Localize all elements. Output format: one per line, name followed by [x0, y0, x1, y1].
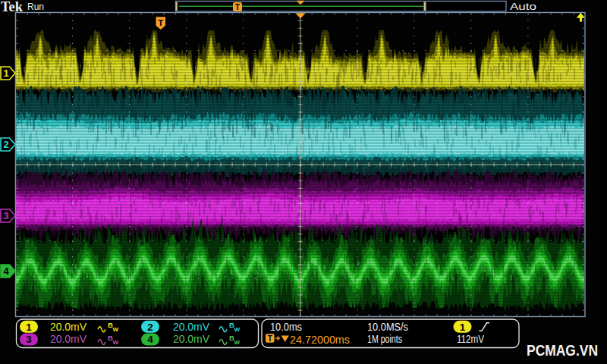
svg-text:20.0mV: 20.0mV	[50, 321, 87, 333]
svg-text:T: T	[235, 2, 241, 11]
svg-text:20.0mV: 20.0mV	[50, 333, 87, 345]
svg-text:1M points: 1M points	[367, 333, 402, 345]
svg-text:2: 2	[147, 322, 153, 333]
svg-text:1: 1	[460, 322, 466, 333]
svg-text:2: 2	[3, 139, 8, 150]
svg-text:4: 4	[3, 265, 9, 277]
svg-text:20.0mV: 20.0mV	[173, 321, 210, 333]
svg-text:T: T	[158, 18, 163, 27]
svg-text:W: W	[234, 339, 241, 346]
svg-text:Tek: Tek	[1, 0, 23, 14]
svg-text:3: 3	[3, 210, 8, 221]
svg-text:10.0ms: 10.0ms	[270, 321, 302, 333]
svg-text:1: 1	[26, 322, 32, 333]
svg-text:1: 1	[3, 67, 8, 79]
svg-text:W: W	[113, 339, 119, 346]
svg-text:112mV: 112mV	[457, 333, 485, 345]
svg-text:W: W	[113, 326, 119, 333]
svg-text:T: T	[268, 334, 272, 343]
svg-text:Run: Run	[27, 1, 44, 12]
svg-text:10.0MS/s: 10.0MS/s	[367, 321, 408, 333]
svg-text:Auto: Auto	[510, 1, 536, 12]
svg-text:W: W	[234, 326, 241, 333]
svg-text:24.72000ms: 24.72000ms	[290, 334, 350, 346]
svg-text:3: 3	[26, 334, 32, 345]
svg-text:20.0mV: 20.0mV	[173, 333, 210, 345]
svg-text:4: 4	[147, 334, 153, 345]
svg-text:PCMAG.VN: PCMAG.VN	[527, 341, 598, 359]
